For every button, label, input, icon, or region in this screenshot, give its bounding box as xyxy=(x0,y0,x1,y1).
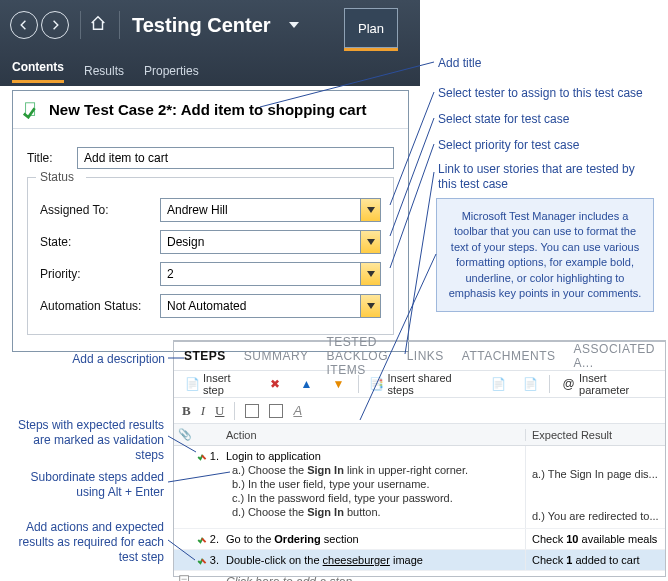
forward-button[interactable] xyxy=(41,11,69,39)
move-up-button[interactable]: ▲ xyxy=(294,373,320,395)
bold-button[interactable]: B xyxy=(182,403,191,419)
svg-line-10 xyxy=(405,172,434,354)
clear-format-button[interactable]: A xyxy=(293,403,302,418)
underline-button[interactable]: U xyxy=(215,403,224,419)
title-label: Title: xyxy=(27,151,77,165)
parameter-icon: @ xyxy=(561,376,576,392)
priority-input[interactable] xyxy=(160,262,381,286)
insert-shared-button[interactable]: 📑Insert shared steps xyxy=(364,369,479,399)
new-step-icon xyxy=(174,574,196,582)
step-expected[interactable]: Check 10 available meals xyxy=(525,529,665,549)
panel-title: New Test Case 2*: Add item to shopping c… xyxy=(49,101,367,118)
tab-links[interactable]: LINKS xyxy=(407,349,444,363)
priority-combo[interactable] xyxy=(160,262,381,286)
italic-button[interactable]: I xyxy=(201,403,205,419)
highlight-button[interactable] xyxy=(269,404,283,418)
state-combo[interactable] xyxy=(160,230,381,254)
chevron-down-icon[interactable] xyxy=(360,231,380,253)
panel-header: New Test Case 2*: Add item to shopping c… xyxy=(13,91,408,129)
svg-rect-5 xyxy=(180,575,189,581)
callout-infobox: Microsoft Test Manager includes a toolba… xyxy=(436,198,654,312)
callout-add-description: Add a description xyxy=(60,352,165,367)
format-toolbar: B I U A xyxy=(174,398,665,424)
svg-marker-3 xyxy=(367,271,375,277)
doc-plus-icon: 📄 xyxy=(490,376,506,392)
callout-sub-steps: Subordinate steps added using Alt + Ente… xyxy=(20,470,164,500)
delete-step-button[interactable]: ✖ xyxy=(262,373,288,395)
priority-label: Priority: xyxy=(40,267,160,281)
tab-attachments[interactable]: ATTACHMENTS xyxy=(462,349,556,363)
delete-icon: ✖ xyxy=(267,376,283,392)
insert-step-icon: 📄 xyxy=(185,376,200,392)
sub-tabs: Contents Results Properties xyxy=(0,56,211,86)
step-action[interactable]: Double-click on the cheeseburger image xyxy=(222,550,525,570)
font-color-button[interactable] xyxy=(245,404,259,418)
step-row[interactable]: 1.Login to applicationa.) Choose the Sig… xyxy=(174,446,665,529)
steps-columns: 📎 Action Expected Result xyxy=(174,424,665,446)
step-action[interactable]: Login to applicationa.) Choose the Sign … xyxy=(222,446,525,528)
step-number: 3. xyxy=(196,550,222,570)
callout-add-actions: Add actions and expected results as requ… xyxy=(8,520,164,565)
toolbar-divider xyxy=(549,375,550,393)
automation-input[interactable] xyxy=(160,294,381,318)
state-label: State: xyxy=(40,235,160,249)
callout-link-stories: Link to user stories that are tested by … xyxy=(438,162,638,192)
tab-contents[interactable]: Contents xyxy=(12,60,64,83)
step-number: 2. xyxy=(196,529,222,549)
steps-body: 1.Login to applicationa.) Choose the Sig… xyxy=(174,446,665,581)
tab-steps[interactable]: STEPS xyxy=(184,349,226,363)
callout-validation-steps: Steps with expected results are marked a… xyxy=(8,418,164,463)
state-input[interactable] xyxy=(160,230,381,254)
step-expected[interactable]: Check 1 added to cart xyxy=(525,550,665,570)
step-row[interactable]: 3.Double-click on the cheeseburger image… xyxy=(174,550,665,571)
chevron-down-icon[interactable] xyxy=(360,199,380,221)
add-step-row[interactable]: Click here to add a step xyxy=(174,571,665,581)
insert-parameter-button[interactable]: @Insert parameter xyxy=(556,369,659,399)
step-action[interactable]: Go to the Ordering section xyxy=(222,529,525,549)
svg-marker-4 xyxy=(367,303,375,309)
app-dropdown-icon[interactable] xyxy=(289,22,299,28)
move-down-button[interactable]: ▼ xyxy=(326,373,352,395)
tab-summary[interactable]: SUMMARY xyxy=(244,349,309,363)
open-shared-button[interactable]: 📄 xyxy=(517,373,543,395)
step-row[interactable]: 2.Go to the Ordering sectionCheck 10 ava… xyxy=(174,529,665,550)
title-input[interactable] xyxy=(77,147,394,169)
callout-add-title: Add title xyxy=(438,56,481,71)
step-number: 1. xyxy=(196,446,222,528)
separator xyxy=(119,11,120,39)
insert-step-button[interactable]: 📄Insert step xyxy=(180,369,256,399)
arrow-down-icon: ▼ xyxy=(331,376,347,392)
plan-tab[interactable]: Plan xyxy=(344,8,398,48)
svg-marker-1 xyxy=(367,207,375,213)
automation-combo[interactable] xyxy=(160,294,381,318)
toolbar-divider xyxy=(358,375,359,393)
assignedto-label: Assigned To: xyxy=(40,203,160,217)
assignedto-input[interactable] xyxy=(160,198,381,222)
app-title: Testing Center xyxy=(132,14,271,37)
plan-tab-underline xyxy=(344,48,398,51)
callout-select-tester: Select tester to assign to this test cas… xyxy=(438,86,643,101)
status-legend: Status xyxy=(36,170,86,184)
testcase-panel: New Test Case 2*: Add item to shopping c… xyxy=(12,90,409,352)
status-group: Status Assigned To: State: xyxy=(27,177,394,335)
action-column: Action xyxy=(222,429,525,441)
tab-properties[interactable]: Properties xyxy=(144,64,199,78)
back-button[interactable] xyxy=(10,11,38,39)
assignedto-combo[interactable] xyxy=(160,198,381,222)
chevron-down-icon[interactable] xyxy=(360,263,380,285)
steps-panel: STEPS SUMMARY TESTED BACKLOG ITEMS LINKS… xyxy=(173,340,666,577)
app-header: Testing Center Plan Contents Results Pro… xyxy=(0,0,420,86)
expected-column: Expected Result xyxy=(525,429,665,441)
create-shared-button[interactable]: 📄 xyxy=(485,373,511,395)
step-expected[interactable]: a.) The Sign In page dis... d.) You are … xyxy=(525,446,665,528)
arrow-up-icon: ▲ xyxy=(299,376,315,392)
steps-toolbar: 📄Insert step ✖ ▲ ▼ 📑Insert shared steps … xyxy=(174,370,665,398)
chevron-down-icon[interactable] xyxy=(360,295,380,317)
home-icon[interactable] xyxy=(89,14,111,36)
svg-marker-2 xyxy=(367,239,375,245)
shared-steps-icon: 📑 xyxy=(369,376,384,392)
tab-results[interactable]: Results xyxy=(84,64,124,78)
toolbar-divider xyxy=(234,402,235,420)
tab-associated[interactable]: ASSOCIATED A... xyxy=(574,342,655,370)
separator xyxy=(80,11,81,39)
